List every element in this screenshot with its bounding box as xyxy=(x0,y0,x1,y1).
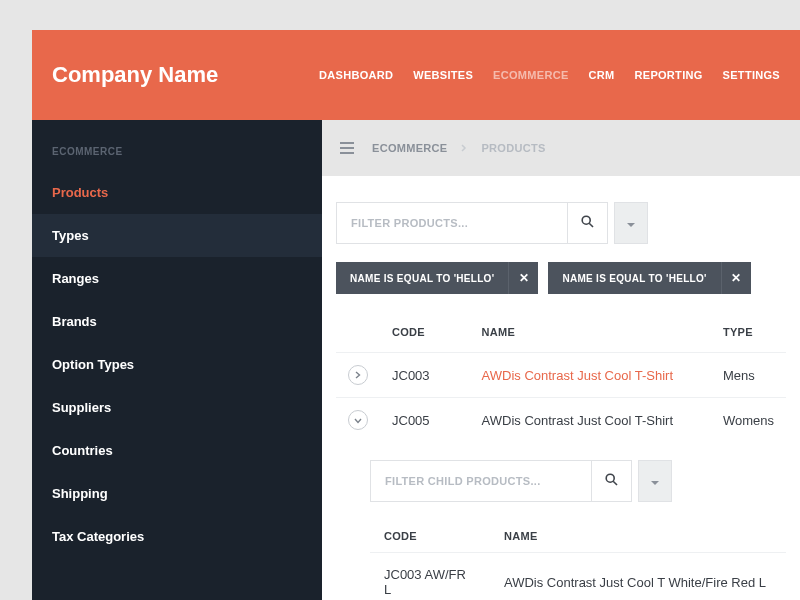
col-header-name: NAME xyxy=(490,520,786,553)
table-row: JC003 AWDis Contrast Just Cool T-Shirt M… xyxy=(336,353,786,398)
cell-code: JC005 xyxy=(380,398,470,443)
sidebar-item-ranges[interactable]: Ranges xyxy=(32,257,322,300)
sidebar-item-tax-categories[interactable]: Tax Categories xyxy=(32,515,322,558)
chevron-down-icon xyxy=(354,415,362,426)
breadcrumb-item[interactable]: ECOMMERCE xyxy=(372,142,447,154)
expand-row-button[interactable] xyxy=(348,365,368,385)
sidebar: ECOMMERCE Products Types Ranges Brands O… xyxy=(32,120,322,600)
filter-child-products-input[interactable] xyxy=(371,461,591,501)
collapse-row-button[interactable] xyxy=(348,410,368,430)
col-header-name: NAME xyxy=(470,316,711,353)
top-nav: DASHBOARD WEBSITES ECOMMERCE CRM REPORTI… xyxy=(319,69,780,81)
search-button[interactable] xyxy=(591,460,631,502)
nav-ecommerce[interactable]: ECOMMERCE xyxy=(493,69,568,81)
cell-name: AWDis Contrast Just Cool T White/Fire Re… xyxy=(490,553,786,601)
chevron-right-icon xyxy=(355,370,361,381)
nav-websites[interactable]: WEBSITES xyxy=(413,69,473,81)
sidebar-item-countries[interactable]: Countries xyxy=(32,429,322,472)
breadcrumb: ECOMMERCE PRODUCTS xyxy=(322,120,800,176)
products-table: CODE NAME TYPE xyxy=(336,316,786,600)
cell-code: JC003 AW/FR L xyxy=(370,553,490,601)
nav-settings[interactable]: SETTINGS xyxy=(723,69,780,81)
sidebar-item-suppliers[interactable]: Suppliers xyxy=(32,386,322,429)
cell-name: AWDis Contrast Just Cool T-Shirt xyxy=(470,398,711,443)
chip-label: NAME IS EQUAL TO 'HELLO' xyxy=(336,262,508,294)
nav-reporting[interactable]: REPORTING xyxy=(635,69,703,81)
sidebar-item-shipping[interactable]: Shipping xyxy=(32,472,322,515)
search-button[interactable] xyxy=(567,202,607,244)
cell-code: JC003 xyxy=(380,353,470,398)
filter-dropdown-button[interactable] xyxy=(638,460,672,502)
child-products-table: CODE NAME JC003 AW/FR L AWDis Contrast J xyxy=(370,520,786,600)
chip-remove-button[interactable]: ✕ xyxy=(721,262,751,294)
caret-down-icon xyxy=(651,474,659,489)
chevron-right-icon xyxy=(461,142,467,154)
close-icon: ✕ xyxy=(731,271,741,285)
sidebar-heading: ECOMMERCE xyxy=(32,146,322,171)
col-header-code: CODE xyxy=(380,316,470,353)
caret-down-icon xyxy=(627,214,635,232)
cell-type: Womens xyxy=(711,398,786,443)
svg-point-0 xyxy=(582,216,590,224)
nav-crm[interactable]: CRM xyxy=(589,69,615,81)
chip-remove-button[interactable]: ✕ xyxy=(508,262,538,294)
filter-dropdown-button[interactable] xyxy=(614,202,648,244)
filter-chips: NAME IS EQUAL TO 'HELLO' ✕ NAME IS EQUAL… xyxy=(336,262,786,294)
company-name: Company Name xyxy=(52,62,218,88)
search-icon xyxy=(581,214,594,232)
breadcrumb-item: PRODUCTS xyxy=(481,142,545,154)
cell-name-link[interactable]: AWDis Contrast Just Cool T-Shirt xyxy=(470,353,711,398)
filter-products-input[interactable] xyxy=(337,203,567,243)
sidebar-item-option-types[interactable]: Option Types xyxy=(32,343,322,386)
filter-chip: NAME IS EQUAL TO 'HELLO' ✕ xyxy=(336,262,538,294)
svg-line-1 xyxy=(589,223,593,227)
svg-line-3 xyxy=(613,481,617,485)
sidebar-item-types[interactable]: Types xyxy=(32,214,322,257)
child-row: CODE NAME JC003 AW/FR L AWDis Contrast J xyxy=(336,442,786,600)
col-header-code: CODE xyxy=(370,520,490,553)
chip-label: NAME IS EQUAL TO 'HELLO' xyxy=(548,262,720,294)
filter-products xyxy=(336,202,608,244)
sidebar-item-products[interactable]: Products xyxy=(32,171,322,214)
table-row: JC005 AWDis Contrast Just Cool T-Shirt W… xyxy=(336,398,786,443)
nav-dashboard[interactable]: DASHBOARD xyxy=(319,69,393,81)
table-row: JC003 AW/FR L AWDis Contrast Just Cool T… xyxy=(370,553,786,601)
close-icon: ✕ xyxy=(519,271,529,285)
filter-child-products xyxy=(370,460,632,502)
search-icon xyxy=(605,473,618,489)
menu-icon[interactable] xyxy=(336,138,358,158)
sidebar-item-brands[interactable]: Brands xyxy=(32,300,322,343)
col-header-type: TYPE xyxy=(711,316,786,353)
header: Company Name DASHBOARD WEBSITES ECOMMERC… xyxy=(32,30,800,120)
svg-point-2 xyxy=(606,474,614,482)
cell-type: Mens xyxy=(711,353,786,398)
filter-chip: NAME IS EQUAL TO 'HELLO' ✕ xyxy=(548,262,750,294)
